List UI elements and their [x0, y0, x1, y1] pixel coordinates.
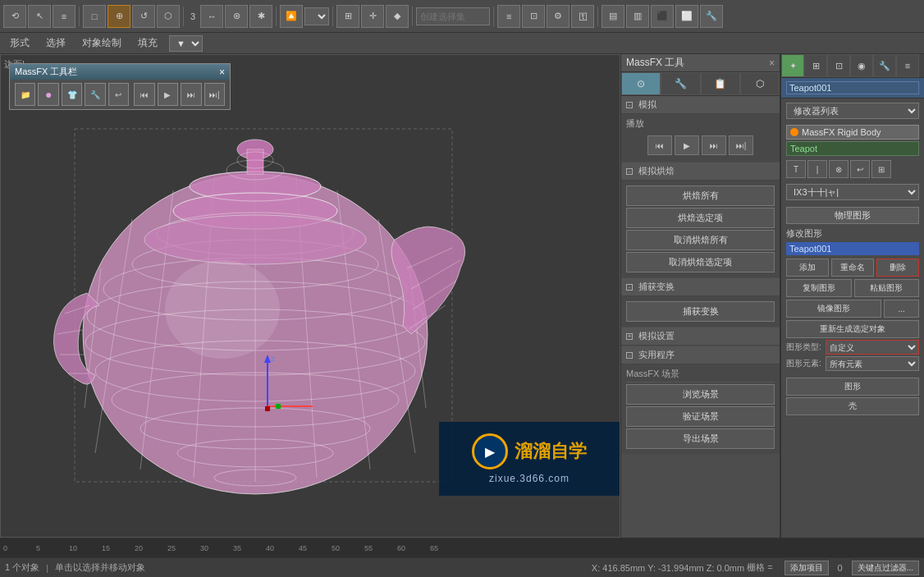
more-btn-1[interactable]: 图形 — [786, 378, 919, 396]
toolbar-rotate-btn[interactable]: ↺ — [132, 5, 155, 28]
mirror-shape-btn[interactable]: 镜像图形 — [786, 300, 881, 318]
toolbar-select-btn[interactable]: ↖ — [28, 5, 51, 28]
toolbar-list-btn[interactable]: ≡ — [53, 5, 75, 28]
toolbar-t4[interactable]: ⬜ — [675, 5, 698, 28]
mfx-shirt-btn[interactable]: 👕 — [62, 83, 82, 106]
mfx-arrow-btn[interactable]: ↩ — [108, 83, 129, 106]
simulation-header[interactable]: - 模拟 — [621, 96, 780, 114]
capture-header[interactable]: - 捕获变换 — [621, 278, 780, 296]
massfx-toolbar-close-icon[interactable]: × — [219, 66, 225, 78]
massfx-tab-2[interactable]: 🔧 — [661, 72, 700, 95]
toolbar-hex-btn[interactable]: ⬡ — [157, 5, 180, 28]
ellipsis-btn[interactable]: ... — [884, 300, 919, 318]
viewport[interactable]: 边面| MassFX 工具栏 × 📁 ● 👕 🔧 ↩ ⏮ ▶ ⏭ ⏭| — [0, 54, 620, 538]
sim-settings-header[interactable]: + 模拟设置 — [621, 327, 780, 346]
mfx-prev-btn[interactable]: ⏮ — [134, 83, 154, 106]
toolbar-t5[interactable]: 🔧 — [700, 5, 723, 28]
cancel-bake-all-btn[interactable]: 取消烘焙所有 — [626, 230, 775, 250]
massfx-tab-4[interactable]: ⬡ — [740, 72, 780, 95]
right-tab-create[interactable]: ◉ — [850, 54, 873, 77]
toolbar-diamond-btn[interactable]: ◆ — [386, 5, 409, 28]
massfx-toolbar-title[interactable]: MassFX 工具栏 × — [10, 64, 230, 80]
menu-form[interactable]: 形式 — [5, 34, 34, 52]
mod-icon-grid[interactable]: ⊞ — [871, 160, 891, 178]
menu-object-draw[interactable]: 对象绘制 — [77, 34, 126, 52]
toolbar-sep-7 — [597, 7, 598, 26]
mod-icon-pipe[interactable]: | — [807, 160, 827, 178]
play-next-btn[interactable]: ⏭ — [702, 135, 726, 155]
regen-btn[interactable]: 重新生成选定对象 — [786, 320, 919, 338]
modifier-teapot-field[interactable]: Teapot — [786, 141, 919, 156]
play-play-btn[interactable]: ▶ — [675, 135, 699, 155]
object-name-field[interactable] — [781, 78, 924, 98]
toolbar-star-btn[interactable]: ✱ — [249, 5, 272, 28]
toolbar-target-btn[interactable]: ⊛ — [225, 5, 248, 28]
export-scene-btn[interactable]: 导出场景 — [626, 428, 775, 449]
play-prev-btn[interactable]: ⏮ — [647, 135, 672, 155]
massfx-panel-tabs: ⊙ 🔧 📋 ⬡ — [621, 72, 780, 96]
more-btn-2[interactable]: 壳 — [786, 397, 919, 415]
capture-btn[interactable]: 捕获变换 — [626, 301, 775, 322]
toolbar-t2[interactable]: ▥ — [626, 5, 649, 28]
mfx-next-btn[interactable]: ⏭ — [181, 83, 201, 106]
tl-40: 40 — [266, 544, 299, 552]
bake-label: 模拟烘焙 — [638, 165, 675, 177]
bake-header[interactable]: - 模拟烘焙 — [621, 163, 780, 181]
delete-shape-btn[interactable]: 删除 — [876, 259, 919, 277]
toolbar-arrows-btn[interactable]: ↔ — [200, 5, 223, 28]
mod-icon-x[interactable]: ⊗ — [829, 160, 849, 178]
filter-btn[interactable]: 关键点过滤器... — [852, 561, 919, 575]
toolbar-cross-btn[interactable]: ✛ — [361, 5, 384, 28]
shape-type-select[interactable]: 自定义 — [826, 340, 919, 355]
mod-icon-t[interactable]: T — [786, 160, 806, 178]
right-tab-hier[interactable]: ≡ — [896, 54, 919, 77]
toolbar-list2-btn[interactable]: ≡ — [497, 5, 520, 28]
mfx-skip-btn[interactable]: ⏭| — [204, 83, 225, 106]
browse-scene-btn[interactable]: 浏览场景 — [626, 384, 775, 405]
shape-name-highlight[interactable]: Teapot001 — [786, 242, 919, 255]
modifier-list-dropdown[interactable]: 修改器列表 — [786, 103, 919, 119]
toolbar-pyramid-btn[interactable]: 🔼 — [280, 5, 303, 28]
toolbar-rect-btn[interactable]: □ — [83, 5, 106, 28]
toolbar-t1[interactable]: ▤ — [602, 5, 624, 28]
toolbar-back-btn[interactable]: ⟲ — [3, 5, 26, 28]
right-tab-utils[interactable]: ⊡ — [827, 54, 850, 77]
rename-shape-btn[interactable]: 重命名 — [831, 259, 874, 277]
mfx-wrench-btn[interactable]: 🔧 — [85, 83, 105, 106]
selection-set-input[interactable] — [416, 7, 490, 25]
right-tab-display[interactable]: ⊞ — [804, 54, 827, 77]
add-btn[interactable]: 添加项目 — [784, 561, 829, 575]
play-end-btn[interactable]: ⏭| — [729, 135, 753, 155]
modifier-rigid-body[interactable]: MassFX Rigid Body — [786, 125, 919, 140]
copy-shape-btn[interactable]: 复制图形 — [786, 279, 852, 297]
massfx-tab-3[interactable]: 📋 — [701, 72, 740, 95]
bake-all-btn[interactable]: 烘焙所有 — [626, 185, 775, 206]
object-name-input[interactable] — [786, 81, 919, 94]
mfx-play-btn[interactable]: ▶ — [158, 83, 178, 106]
toolbar-pin-btn[interactable]: ⊡ — [522, 5, 545, 28]
view-dropdown[interactable]: 视图 — [304, 7, 329, 25]
massfx-panel-close[interactable]: × — [769, 57, 775, 69]
toolbar-grid-btn[interactable]: ⊞ — [336, 5, 359, 28]
utilities-header[interactable]: - 实用程序 — [621, 346, 780, 364]
toolbar-key-btn[interactable]: ⚿ — [571, 5, 594, 28]
add-shape-btn[interactable]: 添加 — [786, 259, 829, 277]
mfx-sphere-btn[interactable]: ● — [38, 83, 58, 106]
cancel-bake-selected-btn[interactable]: 取消烘焙选定项 — [626, 252, 775, 272]
paste-shape-btn[interactable]: 粘贴图形 — [854, 279, 920, 297]
right-tab-modify[interactable]: 🔧 — [873, 54, 896, 77]
mod-icon-undo[interactable]: ↩ — [850, 160, 870, 178]
bake-selected-btn[interactable]: 烘焙选定项 — [626, 208, 775, 228]
toolbar-t3[interactable]: ⬛ — [651, 5, 674, 28]
menu-select[interactable]: 选择 — [41, 34, 71, 52]
shape-elem-select[interactable]: 所有元素 — [826, 356, 919, 371]
ix3-dropdown[interactable]: IX3十十|ャ| — [786, 184, 919, 200]
right-tab-motion[interactable]: ✦ — [781, 54, 804, 77]
fill-dropdown[interactable]: ▼ — [169, 35, 203, 52]
mfx-open-btn[interactable]: 📁 — [15, 83, 35, 106]
menu-fill[interactable]: 填充 — [133, 34, 162, 52]
validate-scene-btn[interactable]: 验证场景 — [626, 406, 775, 427]
toolbar-move-btn[interactable]: ⊕ — [107, 5, 130, 28]
toolbar-gear-btn[interactable]: ⚙ — [547, 5, 569, 28]
massfx-tab-1[interactable]: ⊙ — [621, 72, 661, 95]
